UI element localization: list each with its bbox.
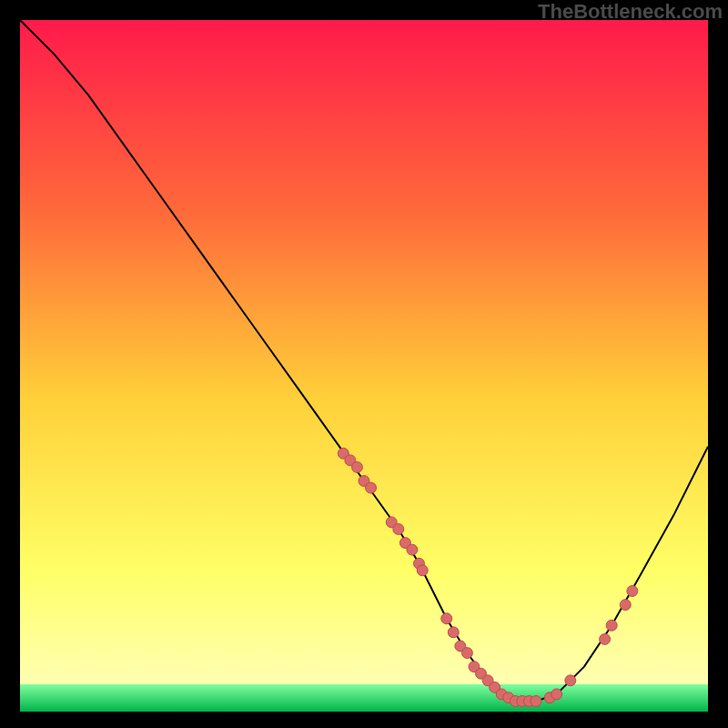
data-marker	[627, 586, 638, 597]
data-marker	[461, 648, 472, 659]
data-marker	[551, 689, 562, 700]
data-marker	[417, 565, 428, 576]
bottleneck-curve	[20, 20, 708, 701]
data-marker	[393, 523, 404, 534]
data-marker	[620, 600, 631, 611]
data-markers-group	[338, 448, 637, 706]
data-marker	[366, 482, 377, 493]
data-marker	[606, 620, 617, 631]
data-marker	[441, 613, 452, 624]
data-marker	[531, 695, 541, 706]
chart-svg	[20, 20, 708, 708]
plot-area	[18, 18, 710, 710]
data-marker	[565, 675, 576, 686]
data-marker	[448, 627, 459, 638]
chart-stage: TheBottleneck.com	[0, 0, 728, 728]
data-marker	[600, 633, 611, 644]
data-marker	[351, 461, 362, 472]
data-marker	[407, 544, 418, 555]
